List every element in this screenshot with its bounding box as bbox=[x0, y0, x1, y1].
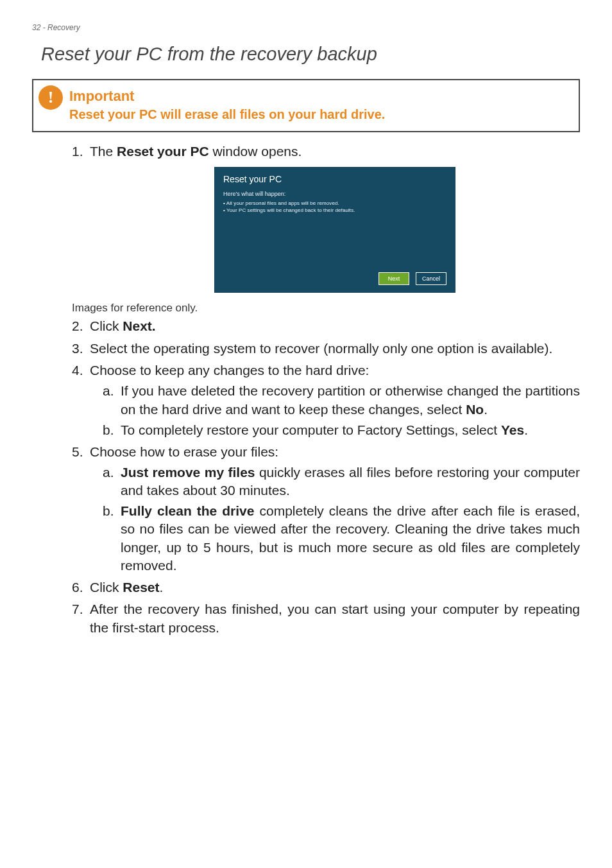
alert-icon-glyph: ! bbox=[48, 89, 54, 106]
step-4-text: Choose to keep any changes to the hard d… bbox=[90, 363, 369, 378]
step-5-text: Choose how to erase your files: bbox=[90, 444, 278, 459]
step-1-bold: Reset your PC bbox=[117, 144, 209, 159]
step-5a-bold: Just remove my files bbox=[121, 465, 255, 480]
step-1: The Reset your PC window opens. Reset yo… bbox=[72, 143, 580, 293]
step-4a-bold: No bbox=[466, 402, 484, 417]
callout-heading: Important bbox=[69, 88, 567, 105]
cancel-button[interactable]: Cancel bbox=[416, 272, 446, 285]
step-4a-text-a: If you have deleted the recovery partiti… bbox=[121, 383, 580, 416]
step-6-text-c: . bbox=[160, 580, 164, 595]
screenshot-container: Reset your PC Here's what will happen: •… bbox=[90, 167, 580, 293]
step-2-text-a: Click bbox=[90, 318, 123, 333]
important-callout: ! Important Reset your PC will erase all… bbox=[32, 79, 580, 132]
step-1-text-c: window opens. bbox=[209, 144, 302, 159]
steps-list: The Reset your PC window opens. Reset yo… bbox=[72, 143, 580, 293]
step-5b: Fully clean the drive completely cleans … bbox=[103, 502, 580, 575]
step-5-sublist: Just remove my files quickly erases all … bbox=[103, 464, 580, 575]
page-title: Reset your PC from the recovery backup bbox=[41, 44, 580, 65]
step-4a-text-c: . bbox=[484, 402, 488, 417]
step-7: After the recovery has finished, you can… bbox=[72, 600, 580, 637]
step-6-bold: Reset bbox=[123, 580, 159, 595]
step-4b-bold: Yes bbox=[501, 422, 524, 437]
step-5a: Just remove my files quickly erases all … bbox=[103, 464, 580, 499]
alert-icon: ! bbox=[38, 85, 63, 110]
step-3: Select the operating system to recover (… bbox=[72, 340, 580, 358]
reset-pc-dialog: Reset your PC Here's what will happen: •… bbox=[214, 167, 455, 293]
step-4a: If you have deleted the recovery partiti… bbox=[103, 382, 580, 418]
dialog-bullet-1: • All your personal files and apps will … bbox=[223, 200, 339, 207]
step-4-sublist: If you have deleted the recovery partiti… bbox=[103, 382, 580, 438]
reference-note: Images for reference only. bbox=[72, 302, 580, 315]
step-4: Choose to keep any changes to the hard d… bbox=[72, 361, 580, 439]
step-4b-text-a: To completely restore your computer to F… bbox=[121, 422, 501, 437]
step-5: Choose how to erase your files: Just rem… bbox=[72, 443, 580, 575]
step-6: Click Reset. bbox=[72, 578, 580, 596]
next-button[interactable]: Next bbox=[378, 272, 409, 285]
step-2-bold: Next. bbox=[123, 318, 155, 333]
steps-list-cont: Click Next. Select the operating system … bbox=[72, 317, 580, 637]
dialog-subtitle: Here's what will happen: bbox=[223, 190, 285, 198]
page-indicator: 32 - Recovery bbox=[32, 23, 580, 32]
step-6-text-a: Click bbox=[90, 580, 123, 595]
step-1-text-a: The bbox=[90, 144, 117, 159]
callout-body: Reset your PC will erase all files on yo… bbox=[69, 107, 567, 122]
dialog-bullet-2: • Your PC settings will be changed back … bbox=[223, 207, 355, 214]
step-4b-text-c: . bbox=[524, 422, 528, 437]
step-2: Click Next. bbox=[72, 317, 580, 335]
step-4b: To completely restore your computer to F… bbox=[103, 421, 580, 439]
dialog-title: Reset your PC bbox=[223, 173, 282, 186]
step-5b-bold: Fully clean the drive bbox=[121, 503, 254, 518]
